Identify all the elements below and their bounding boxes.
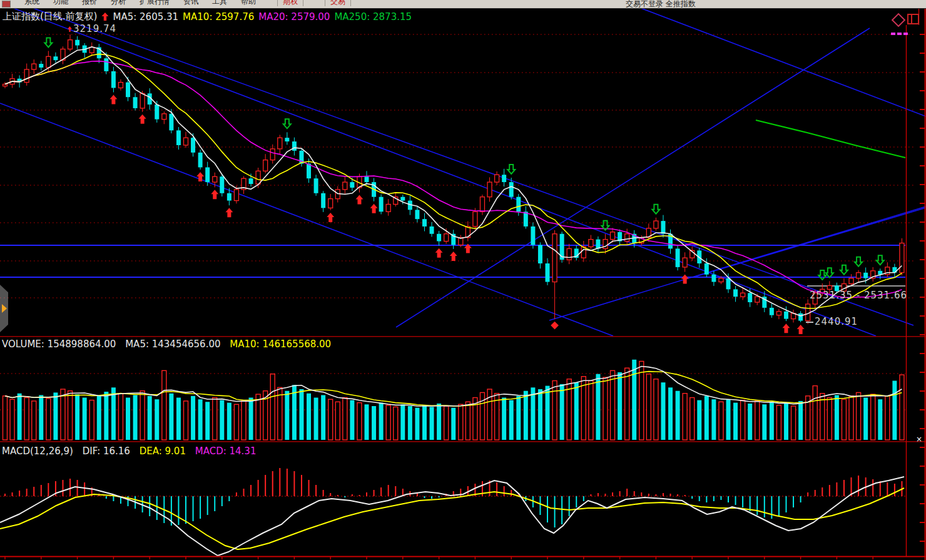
menu-item-9[interactable]: 交易 — [325, 0, 351, 6]
login-status-text: 交易不登录 全推指数 — [626, 0, 696, 8]
macd-value: MACD: 14.31 — [195, 445, 257, 457]
high-price-label: 3219.74 — [68, 23, 116, 34]
sell-arrow — [283, 119, 291, 128]
menu-item-4[interactable]: 扩展行情 — [140, 0, 170, 6]
dif-value: DIF: 16.16 — [83, 445, 130, 457]
symbol-title[interactable]: 上证指数(日线.前复权) — [3, 11, 97, 23]
trendlines — [0, 0, 926, 336]
sell-arrow — [818, 270, 826, 280]
ma250-line — [756, 120, 905, 158]
candlesticks — [3, 34, 904, 324]
up-arrow-icon — [101, 13, 108, 21]
ma20-value: MA20: 2579.00 — [258, 11, 330, 23]
more-options-icon[interactable] — [891, 26, 910, 38]
sell-arrow — [826, 268, 833, 277]
window-layout-icon[interactable] — [907, 14, 919, 24]
menu-item-0[interactable]: 系统 — [24, 0, 39, 6]
bottom-diamond-marker — [551, 322, 559, 330]
sidebar-expand-tab[interactable] — [0, 285, 8, 332]
buy-arrow — [327, 213, 334, 222]
sell-arrow — [840, 265, 848, 275]
menu-item-3[interactable]: 分析 — [111, 0, 126, 6]
volume-ma5-value: MA5: 143454656.00 — [125, 339, 220, 350]
trading-terminal-window: 系统功能报价分析扩展行情资讯工具帮助期权交易 交易不登录 全推指数 上证指数(日… — [0, 0, 926, 560]
chart-canvas — [0, 0, 926, 560]
buy-arrow — [225, 208, 233, 217]
expand-arrow-icon — [2, 304, 7, 313]
menu-item-1[interactable]: 功能 — [53, 0, 68, 6]
volume-value: VOLUME: 154898864.00 — [2, 339, 116, 350]
buy-signal-icon — [68, 26, 72, 32]
buy-arrow — [782, 323, 790, 333]
menu-bar: 系统功能报价分析扩展行情资讯工具帮助期权交易 — [0, 0, 926, 9]
sell-arrow — [44, 38, 52, 47]
buy-arrow — [435, 248, 443, 258]
dif-line — [0, 477, 904, 556]
gap-range-label: 2531.35 - 2531.66 — [810, 290, 907, 301]
pointer-dash — [806, 322, 813, 323]
dea-value: DEA: 9.01 — [140, 445, 186, 457]
volume-ma-lines — [5, 367, 902, 406]
menu-bar-right-status: 交易不登录 全推指数 — [626, 0, 696, 8]
signal-arrows — [44, 38, 883, 334]
volume-bars — [3, 360, 904, 440]
volume-pane-title-row: VOLUME: 154898864.00 MA5: 143454656.00 M… — [2, 339, 337, 350]
menu-item-6[interactable]: 工具 — [212, 0, 227, 6]
buy-arrow — [797, 325, 805, 334]
buy-arrow — [681, 275, 689, 284]
ma5-value: MA5: 2605.31 — [113, 11, 178, 23]
menu-item-8[interactable]: 期权 — [277, 0, 303, 6]
menu-item-5[interactable]: 资讯 — [183, 0, 198, 6]
menu-item-2[interactable]: 报价 — [82, 0, 97, 6]
buy-arrow — [139, 115, 146, 124]
buy-arrow — [211, 190, 218, 199]
macd-indicator-name[interactable]: MACD(12,26,9) — [2, 445, 73, 457]
menu-item-7[interactable]: 帮助 — [241, 0, 256, 6]
macd-pane-title-row: MACD(12,26,9) DIF: 16.16 DEA: 9.01 MACD:… — [2, 445, 262, 457]
buy-arrow — [370, 204, 378, 213]
buy-arrow — [355, 195, 363, 205]
app-icon — [2, 1, 11, 8]
volume-ma10-value: MA10: 146165568.00 — [230, 339, 331, 350]
main-chart-title-row: 上证指数(日线.前复权) MA5: 2605.31 MA10: 2597.76 … — [3, 11, 412, 23]
sell-arrow — [877, 255, 884, 265]
buy-arrow — [450, 252, 457, 261]
sell-arrow — [507, 165, 515, 174]
buy-arrow — [109, 95, 117, 104]
ma10-value: MA10: 2597.76 — [183, 11, 254, 23]
low-price-label: 2440.91 — [806, 316, 858, 327]
close-icon[interactable]: × — [916, 435, 922, 444]
sell-arrow — [652, 205, 659, 214]
ma250-value: MA250: 2873.15 — [334, 11, 412, 23]
sell-arrow — [855, 257, 862, 267]
